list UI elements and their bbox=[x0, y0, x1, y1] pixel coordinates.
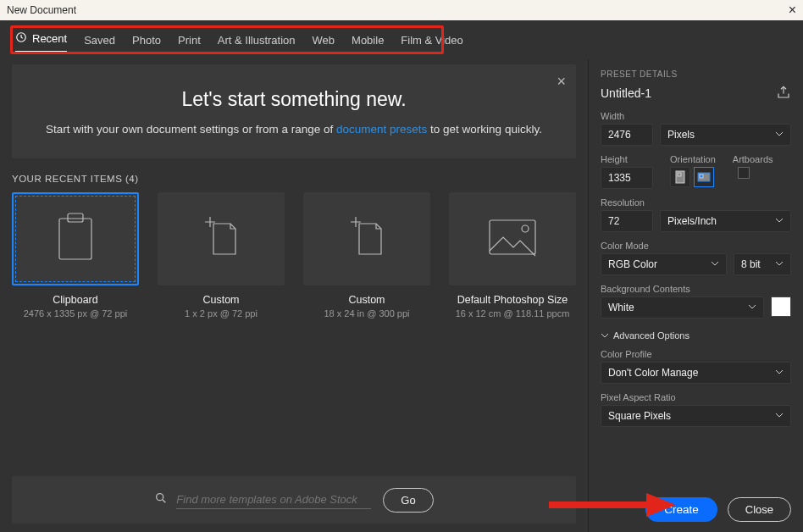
pixel-aspect-ratio-select[interactable]: Square Pixels bbox=[601, 405, 791, 427]
tab-web[interactable]: Web bbox=[313, 29, 335, 52]
card-name: Custom bbox=[158, 294, 285, 306]
card-meta: 16 x 12 cm @ 118.11 ppcm bbox=[449, 308, 576, 319]
recent-item-clipboard[interactable]: Clipboard 2476 x 1335 px @ 72 ppi bbox=[12, 192, 139, 319]
dialog-actions: Create Close bbox=[645, 497, 791, 522]
card-meta: 18 x 24 in @ 300 ppi bbox=[303, 308, 430, 319]
svg-point-4 bbox=[522, 225, 529, 232]
intro-card: × Let's start something new. Start with … bbox=[12, 64, 576, 158]
select-value: Square Pixels bbox=[608, 410, 671, 422]
resolution-unit-select[interactable]: Pixels/Inch bbox=[660, 210, 791, 232]
width-label: Width bbox=[601, 111, 791, 121]
select-value: Don't Color Manage bbox=[608, 367, 698, 379]
document-name-input[interactable]: Untitled-1 bbox=[601, 84, 651, 103]
width-input[interactable] bbox=[601, 124, 653, 146]
artboards-checkbox[interactable] bbox=[738, 167, 750, 179]
bg-select[interactable]: White bbox=[601, 296, 764, 319]
select-value: Pixels bbox=[667, 129, 695, 141]
chevron-down-icon bbox=[711, 258, 719, 270]
tab-label: Mobile bbox=[352, 34, 384, 47]
recent-items-label: YOUR RECENT ITEMS (4) bbox=[12, 174, 576, 184]
tab-print[interactable]: Print bbox=[178, 29, 201, 52]
card-name: Default Photoshop Size bbox=[449, 294, 576, 306]
intro-text-before: Start with your own document settings or… bbox=[46, 123, 336, 136]
create-button[interactable]: Create bbox=[645, 497, 717, 522]
preset-section-title: Preset Details bbox=[601, 69, 791, 79]
artboards-label: Artboards bbox=[733, 154, 773, 164]
export-preset-icon[interactable] bbox=[776, 85, 791, 102]
tab-label: Print bbox=[178, 34, 201, 47]
profile-label: Color Profile bbox=[601, 349, 791, 359]
card-name: Custom bbox=[303, 294, 430, 306]
orientation-label: Orientation bbox=[670, 154, 716, 164]
tab-label: Photo bbox=[132, 34, 161, 47]
tab-label: Saved bbox=[84, 34, 115, 47]
recent-item-custom-1[interactable]: Custom 1 x 2 px @ 72 ppi bbox=[158, 192, 285, 319]
advanced-label: Advanced Options bbox=[613, 330, 689, 341]
title-bar: New Document × bbox=[0, 0, 803, 20]
svg-rect-2 bbox=[68, 213, 83, 222]
intro-text-after: to get working quickly. bbox=[427, 123, 542, 136]
width-unit-select[interactable]: Pixels bbox=[660, 124, 791, 146]
select-value: Pixels/Inch bbox=[667, 215, 717, 227]
window-close-button[interactable]: × bbox=[789, 3, 796, 18]
colormode-select[interactable]: RGB Color bbox=[601, 253, 727, 275]
search-icon bbox=[154, 491, 168, 508]
orientation-landscape-button[interactable] bbox=[694, 167, 714, 187]
card-meta: 2476 x 1335 px @ 72 ppi bbox=[12, 308, 139, 319]
resolution-label: Resolution bbox=[601, 197, 791, 208]
svg-rect-9 bbox=[700, 175, 703, 178]
intro-text: Start with your own document settings or… bbox=[36, 121, 552, 138]
tab-label: Recent bbox=[32, 32, 67, 45]
preset-details-panel: Preset Details Untitled-1 Width Pixels H… bbox=[588, 59, 803, 532]
bitdepth-select[interactable]: 8 bit bbox=[734, 253, 791, 275]
new-file-icon bbox=[200, 213, 242, 264]
select-value: White bbox=[608, 302, 634, 313]
svg-point-5 bbox=[157, 494, 163, 501]
tab-film[interactable]: Film & Video bbox=[401, 29, 462, 52]
tab-art[interactable]: Art & Illustration bbox=[218, 29, 296, 52]
tab-photo[interactable]: Photo bbox=[132, 29, 161, 52]
intro-heading: Let's start something new. bbox=[36, 88, 552, 111]
colormode-label: Color Mode bbox=[601, 241, 791, 251]
chevron-down-icon bbox=[775, 215, 784, 227]
height-label: Height bbox=[601, 154, 653, 164]
clipboard-icon bbox=[53, 210, 98, 268]
go-button[interactable]: Go bbox=[383, 488, 433, 513]
recent-items-grid: Clipboard 2476 x 1335 px @ 72 ppi Custom… bbox=[12, 192, 576, 319]
svg-rect-1 bbox=[59, 219, 91, 259]
tabs-bar: Recent Saved Photo Print Art & Illustrat… bbox=[0, 20, 803, 59]
par-label: Pixel Aspect Ratio bbox=[601, 392, 791, 402]
tab-mobile[interactable]: Mobile bbox=[352, 29, 384, 52]
resolution-input[interactable] bbox=[601, 210, 653, 232]
tab-saved[interactable]: Saved bbox=[84, 29, 115, 52]
select-value: RGB Color bbox=[608, 258, 657, 270]
chevron-down-icon bbox=[775, 258, 784, 270]
new-file-icon bbox=[346, 213, 388, 264]
card-meta: 1 x 2 px @ 72 ppi bbox=[158, 308, 285, 319]
close-button[interactable]: Close bbox=[728, 497, 791, 522]
height-input[interactable] bbox=[601, 167, 653, 189]
tab-label: Film & Video bbox=[401, 34, 462, 47]
card-name: Clipboard bbox=[12, 294, 139, 306]
advanced-options-toggle[interactable]: Advanced Options bbox=[601, 330, 791, 341]
select-value: 8 bit bbox=[741, 258, 761, 270]
document-presets-link[interactable]: document presets bbox=[336, 123, 427, 136]
chevron-down-icon bbox=[775, 129, 784, 141]
recent-item-custom-2[interactable]: Custom 18 x 24 in @ 300 ppi bbox=[303, 192, 430, 319]
color-profile-select[interactable]: Don't Color Manage bbox=[601, 362, 791, 384]
stock-search-input[interactable] bbox=[176, 490, 371, 509]
chevron-down-icon bbox=[775, 367, 784, 379]
recent-item-default[interactable]: Default Photoshop Size 16 x 12 cm @ 118.… bbox=[449, 192, 576, 319]
main-left-panel: × Let's start something new. Start with … bbox=[0, 59, 588, 532]
bg-label: Background Contents bbox=[601, 284, 791, 294]
search-footer: Go bbox=[12, 476, 576, 524]
image-icon bbox=[486, 217, 539, 261]
chevron-down-icon bbox=[748, 302, 756, 313]
chevron-down-icon bbox=[775, 410, 784, 422]
tab-label: Art & Illustration bbox=[218, 34, 296, 47]
intro-close-button[interactable]: × bbox=[557, 73, 566, 91]
tab-recent[interactable]: Recent bbox=[15, 26, 67, 53]
bg-color-swatch[interactable] bbox=[771, 296, 791, 317]
orientation-portrait-button[interactable] bbox=[670, 167, 690, 187]
window-title: New Document bbox=[7, 4, 76, 16]
